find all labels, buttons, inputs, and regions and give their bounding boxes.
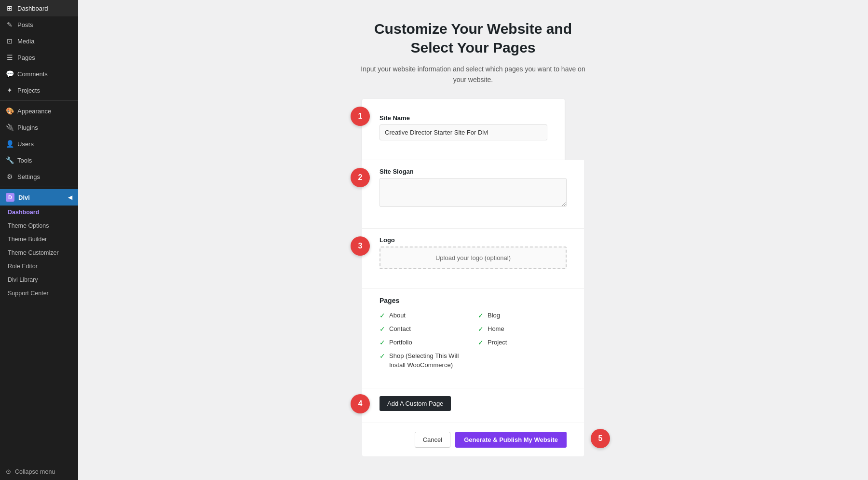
divi-label: Divi <box>18 194 30 201</box>
page-project[interactable]: ✓ Project <box>478 338 567 347</box>
site-slogan-input[interactable] <box>380 178 567 207</box>
step1-group: 1 Site Name <box>362 99 584 160</box>
page-shop[interactable]: ✓ Shop (Selecting This Will Install WooC… <box>380 352 468 369</box>
form-container: 1 Site Name 2 Site Slogan <box>362 99 584 456</box>
page-contact[interactable]: ✓ Contact <box>380 325 468 333</box>
site-name-label: Site Name <box>380 114 547 122</box>
divi-sub-library[interactable]: Divi Library <box>0 273 78 287</box>
check-home-icon: ✓ <box>478 325 484 333</box>
step3-group: 3 Logo Upload your logo (optional) <box>362 229 584 289</box>
step3-bubble-wrapper: 3 <box>351 236 370 256</box>
pages-card: Pages ✓ About ✓ Blog ✓ Contact <box>362 289 584 388</box>
sidebar-item-posts[interactable]: ✎ Posts <box>0 16 78 33</box>
step2-group: 2 Site Slogan <box>362 160 584 229</box>
divi-icon: D <box>6 193 14 202</box>
page-home[interactable]: ✓ Home <box>478 325 567 333</box>
sidebar-item-tools[interactable]: 🔧 Tools <box>0 152 78 168</box>
check-about-icon: ✓ <box>380 312 385 319</box>
divi-sub-theme-builder[interactable]: Theme Builder <box>0 233 78 246</box>
step2-bubble: 2 <box>351 168 370 187</box>
sidebar-item-dashboard[interactable]: ⊞ Dashboard <box>0 0 78 16</box>
sidebar-item-users[interactable]: 👤 Users <box>0 136 78 152</box>
logo-card: Logo Upload your logo (optional) <box>362 229 584 289</box>
pages-icon: ☰ <box>6 54 14 61</box>
divider-2 <box>0 187 78 187</box>
sidebar-item-plugins[interactable]: 🔌 Plugins <box>0 119 78 136</box>
page-subtitle: Input your website information and selec… <box>357 64 589 85</box>
step5-bubble-wrapper: 5 <box>591 429 610 448</box>
site-slogan-card: Site Slogan <box>362 160 584 229</box>
logo-label: Logo <box>380 236 567 244</box>
step3-bubble: 3 <box>351 236 370 256</box>
sidebar: ⊞ Dashboard ✎ Posts ⊡ Media ☰ Pages 💬 Co… <box>0 0 78 480</box>
divi-sub-role-editor[interactable]: Role Editor <box>0 260 78 273</box>
divi-sub-dashboard[interactable]: Dashboard <box>0 206 78 219</box>
divi-sub-theme-options[interactable]: Theme Options <box>0 219 78 233</box>
step4-group: 4 Add A Custom Page <box>362 388 584 423</box>
posts-icon: ✎ <box>6 21 14 28</box>
pages-label: Pages <box>380 297 567 304</box>
media-icon: ⊡ <box>6 37 14 45</box>
sidebar-item-projects[interactable]: ✦ Projects <box>0 82 78 98</box>
tools-icon: 🔧 <box>6 156 14 164</box>
site-slogan-label: Site Slogan <box>380 168 567 175</box>
check-shop-icon: ✓ <box>380 352 385 360</box>
divi-arrow-icon: ◀ <box>68 194 72 201</box>
settings-icon: ⚙ <box>6 173 14 180</box>
step1-bubble: 1 <box>351 107 370 126</box>
check-portfolio-icon: ✓ <box>380 339 385 346</box>
logo-group: Logo Upload your logo (optional) <box>380 236 567 269</box>
users-icon: 👤 <box>6 140 14 148</box>
page-blog[interactable]: ✓ Blog <box>478 311 567 320</box>
step4-bubble-wrapper: 4 <box>351 394 370 413</box>
divi-sub-theme-customizer[interactable]: Theme Customizer <box>0 246 78 260</box>
main-content: Customize Your Website and Select Your P… <box>78 0 868 480</box>
site-name-input[interactable] <box>380 124 547 140</box>
sidebar-item-pages[interactable]: ☰ Pages <box>0 49 78 66</box>
page-title: Customize Your Website and Select Your P… <box>374 19 572 57</box>
sidebar-item-appearance[interactable]: 🎨 Appearance <box>0 103 78 119</box>
sidebar-item-media[interactable]: ⊡ Media <box>0 33 78 49</box>
divider <box>0 100 78 101</box>
divi-submenu: Dashboard Theme Options Theme Builder Th… <box>0 206 78 300</box>
check-project-icon: ✓ <box>478 339 484 346</box>
cancel-button[interactable]: Cancel <box>415 432 450 448</box>
logo-upload-area[interactable]: Upload your logo (optional) <box>380 247 567 269</box>
footer-group: Cancel Generate & Publish My Website 5 <box>362 423 584 456</box>
pages-group: Pages ✓ About ✓ Blog ✓ Contact <box>362 289 584 388</box>
site-name-card: Site Name <box>362 99 565 160</box>
pages-grid: ✓ About ✓ Blog ✓ Contact ✓ <box>380 311 567 370</box>
check-contact-icon: ✓ <box>380 325 385 333</box>
appearance-icon: 🎨 <box>6 107 14 115</box>
page-about[interactable]: ✓ About <box>380 311 468 320</box>
divi-section-header[interactable]: D Divi ◀ <box>0 189 78 206</box>
step5-bubble: 5 <box>591 429 610 448</box>
projects-icon: ✦ <box>6 86 14 94</box>
comments-icon: 💬 <box>6 70 14 78</box>
site-slogan-group: Site Slogan <box>380 168 567 209</box>
step1-bubble-wrapper: 1 <box>351 107 370 126</box>
step4-bubble: 4 <box>351 394 370 413</box>
page-portfolio[interactable]: ✓ Portfolio <box>380 338 468 347</box>
dashboard-icon: ⊞ <box>6 4 14 12</box>
form-footer: Cancel Generate & Publish My Website <box>362 423 584 456</box>
publish-button[interactable]: Generate & Publish My Website <box>455 432 567 448</box>
site-name-group: Site Name <box>380 114 547 140</box>
sidebar-item-comments[interactable]: 💬 Comments <box>0 66 78 82</box>
add-custom-page-button[interactable]: Add A Custom Page <box>380 396 451 411</box>
divi-sub-support[interactable]: Support Center <box>0 287 78 300</box>
sidebar-item-settings[interactable]: ⚙ Settings <box>0 168 78 185</box>
check-blog-icon: ✓ <box>478 312 484 319</box>
step2-bubble-wrapper: 2 <box>351 168 370 187</box>
add-custom-card: Add A Custom Page <box>362 388 584 423</box>
collapse-icon: ⊙ <box>6 468 11 475</box>
plugins-icon: 🔌 <box>6 123 14 131</box>
collapse-menu-button[interactable]: ⊙ Collapse menu <box>0 463 78 480</box>
